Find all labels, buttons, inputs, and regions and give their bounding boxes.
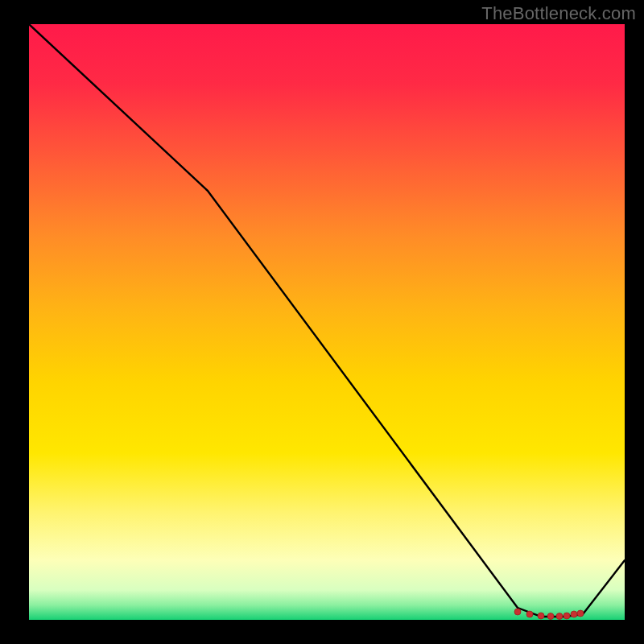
watermark-text: TheBottleneck.com [481,3,636,24]
svg-point-4 [556,613,563,620]
chart-frame: TheBottleneck.com [0,0,644,644]
svg-point-5 [564,613,570,619]
gradient-background [29,24,625,620]
svg-point-2 [538,613,544,619]
svg-point-1 [526,611,533,617]
svg-point-0 [514,609,521,615]
svg-point-7 [577,610,584,617]
plot-area [29,24,625,620]
svg-point-6 [571,611,577,617]
svg-point-3 [547,613,554,620]
chart-svg [29,24,625,620]
